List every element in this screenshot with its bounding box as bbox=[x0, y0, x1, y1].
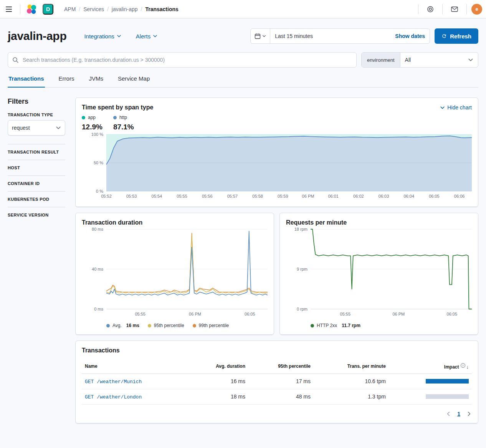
tab-jvms[interactable]: JVMs bbox=[88, 75, 104, 87]
page-number-1[interactable]: 1 bbox=[457, 411, 460, 417]
transaction-type-value: request bbox=[12, 125, 30, 131]
transactions-panel: Transactions Name Avg. duration 95th per… bbox=[75, 341, 478, 423]
divider bbox=[466, 4, 467, 14]
breadcrumb-services[interactable]: Services bbox=[83, 6, 104, 12]
breadcrumb-service-name[interactable]: javalin-app bbox=[112, 6, 138, 12]
transaction-link-munich[interactable]: GET /weather/Munich bbox=[85, 379, 142, 385]
transaction-duration-chart[interactable]: 80 ms40 ms0 ms 05:5506 PM06:05 bbox=[82, 229, 268, 318]
service-tabs: Transactions Errors JVMs Service Map bbox=[8, 75, 478, 88]
legend-label: http bbox=[119, 115, 127, 120]
environment-filter: environment All bbox=[361, 52, 478, 68]
line-avg bbox=[106, 231, 268, 295]
search-icon bbox=[12, 57, 18, 64]
duration-legend: Avg. 16 ms 95th percentile 99th percenti… bbox=[106, 323, 268, 328]
impact-label: Impact bbox=[444, 364, 459, 370]
elastic-logo[interactable] bbox=[24, 2, 39, 17]
table-row: GET /weather/Munich 16 ms 17 ms 10.6 tpm bbox=[82, 374, 472, 389]
question-icon[interactable]: ? bbox=[461, 363, 465, 368]
environment-value: All bbox=[405, 57, 411, 63]
filter-section-container-id[interactable]: CONTAINER ID bbox=[8, 176, 65, 191]
x-axis-label: 05:53 bbox=[126, 194, 137, 198]
legend-dot-avg bbox=[106, 324, 110, 327]
hide-chart-link[interactable]: Hide chart bbox=[440, 104, 472, 111]
breadcrumb-apm[interactable]: APM bbox=[64, 6, 76, 12]
x-axis-label: 05:55 bbox=[340, 312, 351, 316]
line-95th-percentile bbox=[106, 235, 268, 293]
user-avatar[interactable]: e bbox=[471, 4, 482, 15]
x-axis-label: 06:02 bbox=[353, 194, 364, 198]
legend-dot-95th bbox=[148, 324, 151, 327]
tab-transactions[interactable]: Transactions bbox=[8, 75, 45, 88]
transaction-type-select[interactable]: request bbox=[8, 120, 65, 136]
span-type-chart[interactable]: 100 %50 %0 % 05:5205:5305:5405:5505:5605… bbox=[82, 134, 472, 200]
tpm-value: 1.3 tpm bbox=[314, 389, 389, 404]
filter-section-service-version[interactable]: SERVICE VERSION bbox=[8, 207, 65, 223]
transaction-link-london[interactable]: GET /weather/London bbox=[85, 394, 142, 400]
charts-row: Transaction duration 80 ms40 ms0 ms 05:5… bbox=[75, 213, 478, 335]
integrations-dropdown[interactable]: Integrations bbox=[84, 33, 121, 40]
menu-button[interactable] bbox=[2, 2, 16, 17]
x-axis-label: 06:03 bbox=[379, 194, 389, 198]
header-links: Integrations Alerts bbox=[84, 33, 157, 40]
y-axis-label: 80 ms bbox=[92, 227, 103, 231]
previous-page-button[interactable] bbox=[446, 411, 451, 417]
show-dates-link[interactable]: Show dates bbox=[395, 33, 430, 39]
hamburger-icon bbox=[6, 7, 12, 12]
transactions-table-title: Transactions bbox=[82, 347, 472, 354]
requests-per-minute-chart[interactable]: 18 rpm9 rpm0 rpm 05:5506 PM06:05 bbox=[286, 229, 472, 318]
filter-section-transaction-result[interactable]: TRANSACTION RESULT bbox=[8, 144, 65, 160]
filters-title: Filters bbox=[8, 98, 65, 106]
chevron-down-icon bbox=[117, 34, 121, 38]
breadcrumb-separator: / bbox=[107, 6, 109, 12]
tab-errors[interactable]: Errors bbox=[58, 75, 75, 87]
environment-select[interactable]: All bbox=[400, 53, 478, 67]
refresh-button[interactable]: Refresh bbox=[435, 28, 478, 44]
legend-label: Avg. bbox=[112, 323, 122, 328]
y-axis-label: 9 rpm bbox=[297, 267, 307, 271]
span-type-panel: Time spent by span type Hide chart app 1… bbox=[75, 98, 478, 207]
breadcrumb-current-page: Transactions bbox=[145, 6, 178, 12]
y-axis-label: 100 % bbox=[91, 132, 103, 137]
chevron-down-icon bbox=[468, 57, 473, 63]
tpm-value: 10.6 tpm bbox=[314, 374, 389, 389]
filter-section-host[interactable]: HOST bbox=[8, 160, 65, 175]
environment-label: environment bbox=[362, 53, 400, 67]
column-header-name[interactable]: Name bbox=[82, 359, 188, 374]
integrations-label: Integrations bbox=[84, 33, 114, 40]
top-navigation-bar: D APM / Services / javalin-app / Transac… bbox=[0, 0, 486, 18]
sort-desc-icon: ↓ bbox=[466, 364, 469, 370]
avg-duration-value: 16 ms bbox=[188, 374, 248, 389]
area-http bbox=[106, 136, 472, 191]
impact-bar-track bbox=[426, 394, 469, 399]
panel-title: Requests per minute bbox=[286, 219, 472, 226]
y-axis-label: 40 ms bbox=[92, 267, 103, 271]
elastic-logo-icon bbox=[26, 3, 37, 15]
x-axis-label: 06 PM bbox=[189, 312, 201, 316]
column-header-95th-percentile[interactable]: 95th percentile bbox=[248, 359, 314, 374]
legend-dot-app bbox=[82, 116, 85, 119]
alerts-dropdown[interactable]: Alerts bbox=[136, 33, 157, 40]
search-input[interactable] bbox=[8, 52, 357, 68]
calendar-dropdown-button[interactable] bbox=[251, 29, 270, 43]
newsfeed-button[interactable] bbox=[447, 2, 462, 17]
y-axis-label: 0 rpm bbox=[297, 307, 307, 311]
column-header-avg-duration[interactable]: Avg. duration bbox=[188, 359, 248, 374]
column-header-impact[interactable]: Impact?↓ bbox=[389, 359, 472, 374]
column-header-trans-per-minute[interactable]: Trans. per minute bbox=[314, 359, 389, 374]
deployment-badge[interactable]: D bbox=[43, 4, 53, 15]
refresh-label: Refresh bbox=[450, 33, 471, 40]
time-range-value[interactable]: Last 15 minutes bbox=[270, 33, 395, 39]
divider bbox=[442, 4, 443, 14]
breadcrumb: APM / Services / javalin-app / Transacti… bbox=[64, 6, 179, 12]
next-page-button[interactable] bbox=[466, 411, 472, 417]
impact-bar-track bbox=[426, 379, 469, 384]
line-99th-percentile bbox=[106, 233, 268, 292]
tab-service-map[interactable]: Service Map bbox=[117, 75, 150, 87]
legend-label: app bbox=[88, 115, 96, 120]
table-header-row: Name Avg. duration 95th percentile Trans… bbox=[82, 359, 472, 374]
impact-bar-fill bbox=[426, 379, 469, 384]
x-axis-label: 05:52 bbox=[101, 194, 112, 198]
x-axis-label: 05:59 bbox=[278, 194, 288, 198]
filter-section-kubernetes-pod[interactable]: KUBERNETES POD bbox=[8, 192, 65, 207]
help-button[interactable] bbox=[423, 2, 438, 17]
